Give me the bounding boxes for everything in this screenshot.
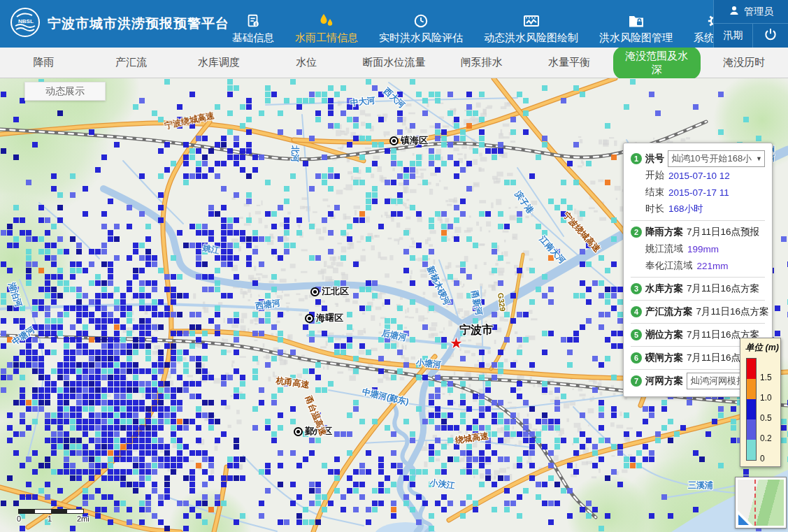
- step-badge: 4: [631, 306, 642, 317]
- chart-monitor-icon: [523, 13, 540, 29]
- field-value: 221mm: [697, 261, 729, 271]
- section-label: 降雨方案: [645, 226, 683, 238]
- field-label: 姚江流域: [645, 243, 683, 255]
- section-label: 河网方案: [645, 375, 683, 387]
- flood-event-select[interactable]: 灿鸿10号开始168小▼: [668, 150, 765, 167]
- field-label: 奉化江流域: [645, 259, 693, 272]
- tab-waterlevel[interactable]: 水位: [263, 52, 350, 73]
- nav-label: 动态洪水风险图绘制: [484, 31, 578, 45]
- district-marker-icon: [305, 314, 314, 323]
- section-label: 产汇流方案: [645, 305, 693, 318]
- district-marker-icon: [294, 427, 303, 436]
- city-label-ningbo: 宁波市: [459, 323, 493, 338]
- step-badge: 1: [631, 153, 642, 164]
- app-root: NBSL 宁波市城市洪涝预报预警平台 基础信息 水雨工情信息: [0, 0, 788, 532]
- legend-segment: [747, 359, 756, 379]
- season-toggle[interactable]: 汛期: [714, 24, 753, 48]
- section-label: 水库方案: [645, 282, 683, 295]
- folder-lock-icon: [628, 13, 645, 29]
- legend-title: 单位: [745, 343, 763, 352]
- tab-section-flow[interactable]: 断面水位流量: [350, 52, 438, 73]
- district-label-zhenhai: 镇海区: [389, 134, 428, 147]
- section-value: 7月11日16点方案: [687, 282, 759, 295]
- tab-inundation-duration[interactable]: 淹没历时: [701, 52, 788, 73]
- river-label: 小塘河: [415, 357, 442, 371]
- water-drops-icon: [318, 13, 335, 29]
- field-label: 开始: [645, 169, 664, 182]
- boundary-line: [754, 480, 756, 526]
- map-scalebar: 0 1 2mi: [18, 509, 95, 524]
- panel-section-rainfall: 2 降雨方案 7月11日16点预报 姚江流域199mm 奉化江流域221mm: [631, 220, 765, 277]
- map-area[interactable]: 动态展示 镇海区 江北区 海曙区 鄞州区 宁波市 ★ 中大河 西大河 北河 滨子…: [0, 78, 788, 532]
- nav-item-riskmap-mgmt[interactable]: 洪水风险图管理: [599, 13, 673, 45]
- svg-text:NBSL: NBSL: [18, 18, 34, 24]
- field-label: 结束: [645, 186, 664, 199]
- power-icon: [764, 27, 778, 44]
- nav-item-water-rain-info[interactable]: 水雨工情信息: [295, 13, 358, 45]
- tab-runoff[interactable]: 产汇流: [87, 52, 175, 73]
- nav-item-dynamic-riskmap[interactable]: 动态洪水风险图绘制: [484, 13, 578, 45]
- scalebar-label: 2mi: [77, 515, 89, 523]
- minimap-toggle[interactable]: [738, 510, 753, 526]
- app-header: NBSL 宁波市城市洪涝预报预警平台 基础信息 水雨工情信息: [0, 0, 788, 48]
- clock-icon: [413, 13, 429, 29]
- nav-label: 洪水风险图管理: [599, 31, 673, 45]
- user-icon: [729, 5, 740, 18]
- section-value: 7月11日16点方案: [696, 305, 769, 318]
- user-label: 管理员: [744, 6, 773, 18]
- legend-tick: 0.5: [760, 413, 772, 423]
- step-badge: 7: [631, 375, 642, 387]
- panel-section-runoff: 4 产汇流方案 7月11日16点方案: [631, 300, 765, 323]
- step-badge: 2: [631, 227, 642, 238]
- field-value: 199mm: [687, 244, 719, 254]
- main-nav: 基础信息 水雨工情信息 实时洪水风险评估 动态洪水风险图绘制: [232, 0, 736, 50]
- document-info-icon: [245, 13, 261, 29]
- panel-section-reservoir: 3 水库方案 7月11日16点方案: [631, 277, 765, 300]
- field-label: 时长: [645, 203, 664, 215]
- nav-label: 实时洪水风险评估: [379, 31, 463, 45]
- chevron-down-icon: ▼: [756, 155, 762, 162]
- overview-minimap-image: [738, 480, 784, 526]
- overview-minimap[interactable]: [735, 477, 787, 529]
- step-badge: 6: [631, 352, 642, 364]
- scalebar-bar: [18, 509, 84, 514]
- river-label: 北河: [289, 145, 301, 162]
- field-value: 2015-07-10 12: [668, 171, 730, 181]
- section-label: 潮位方案: [645, 329, 683, 341]
- city-star-marker: ★: [450, 336, 463, 350]
- logout-button[interactable]: [753, 24, 788, 48]
- legend-tick: 1.0: [760, 393, 772, 403]
- legend-segment: [747, 399, 756, 419]
- tab-inundation-depth[interactable]: 淹没范围及水深: [613, 46, 701, 80]
- legend-segment: [747, 440, 756, 460]
- dynamic-display-button[interactable]: 动态展示: [24, 82, 106, 101]
- river-label: 三溪浦: [688, 480, 713, 491]
- tab-rainfall[interactable]: 降雨: [0, 52, 87, 73]
- step-badge: 5: [631, 329, 642, 340]
- district-marker-icon: [310, 287, 320, 296]
- legend-tick: 1.5: [760, 373, 772, 382]
- panel-section-flood-event: 1 洪号 灿鸿10号开始168小▼ 开始2015-07-10 12 结束2015…: [631, 148, 765, 220]
- app-logo: NBSL: [10, 7, 41, 41]
- scalebar-label: 0: [17, 515, 21, 523]
- field-value: 168小时: [668, 203, 703, 215]
- district-marker-icon: [389, 136, 399, 145]
- legend-tick: 0: [760, 454, 765, 463]
- field-value: 2015-07-17 11: [668, 187, 729, 198]
- tab-reservoir[interactable]: 水库调度: [175, 52, 262, 73]
- section-label: 洪号: [645, 152, 664, 165]
- district-label-jiangbei: 江北区: [310, 285, 349, 298]
- nav-label: 基础信息: [232, 31, 274, 45]
- sub-tabbar: 降雨 产汇流 水库调度 水位 断面水位流量 闸泵排水 水量平衡 淹没范围及水深 …: [0, 48, 788, 78]
- header-right-block: 管理员 汛期: [713, 0, 788, 48]
- user-menu[interactable]: 管理员: [714, 0, 788, 24]
- tab-gate-pump[interactable]: 闸泵排水: [438, 52, 525, 73]
- nav-item-realtime-risk[interactable]: 实时洪水风险评估: [379, 13, 463, 45]
- header-bottom-row: 汛期: [714, 24, 788, 48]
- tab-water-balance[interactable]: 水量平衡: [525, 52, 613, 73]
- scalebar-label: 1: [48, 515, 52, 523]
- legend-colorbar: [746, 358, 757, 461]
- legend-segment: [747, 419, 756, 440]
- nav-item-basic-info[interactable]: 基础信息: [232, 13, 274, 45]
- minimap-toggle-icon: [738, 515, 749, 525]
